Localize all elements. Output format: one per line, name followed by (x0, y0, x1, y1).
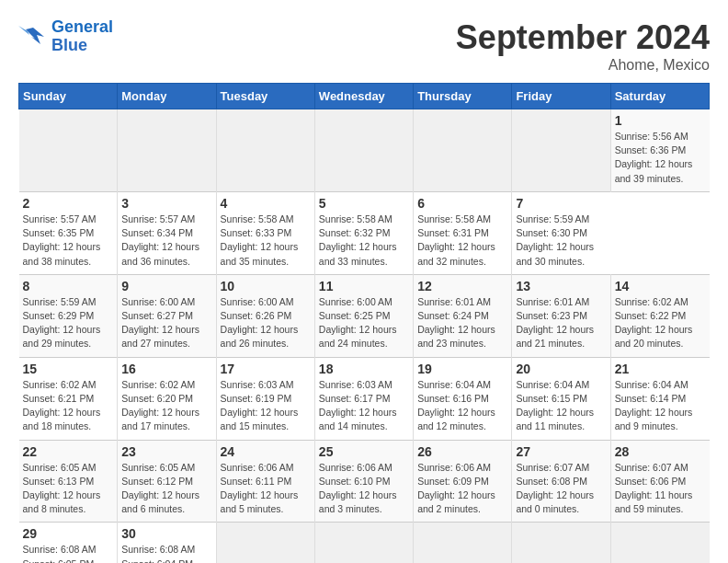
day-number: 9 (121, 279, 211, 293)
day-cell-19: 19Sunrise: 6:04 AMSunset: 6:16 PMDayligh… (414, 357, 512, 440)
day-number: 3 (121, 196, 211, 211)
week-row-6: 29Sunrise: 6:08 AMSunset: 6:05 PMDayligh… (19, 523, 710, 563)
title-block: September 2024 Ahome, Mexico (456, 18, 710, 74)
day-number: 22 (23, 444, 114, 459)
header-row: SundayMondayTuesdayWednesdayThursdayFrid… (19, 84, 710, 109)
day-info: Sunrise: 6:02 AMSunset: 6:22 PMDaylight:… (615, 295, 706, 351)
day-number: 5 (319, 196, 409, 211)
day-cell-21: 21Sunrise: 6:04 AMSunset: 6:14 PMDayligh… (610, 357, 709, 440)
calendar-header: SundayMondayTuesdayWednesdayThursdayFrid… (19, 84, 710, 109)
empty-cell (314, 109, 413, 192)
day-cell-12: 12Sunrise: 6:01 AMSunset: 6:24 PMDayligh… (414, 274, 512, 357)
header-saturday: Saturday (610, 84, 709, 109)
day-number: 14 (615, 279, 706, 293)
empty-cell (512, 523, 610, 563)
day-number: 20 (516, 362, 606, 376)
day-number: 26 (417, 444, 507, 459)
day-number: 10 (221, 279, 311, 293)
day-cell-26: 26Sunrise: 6:06 AMSunset: 6:09 PMDayligh… (414, 440, 512, 523)
day-info: Sunrise: 6:00 AMSunset: 6:25 PMDaylight:… (319, 295, 409, 351)
day-info: Sunrise: 6:00 AMSunset: 6:27 PMDaylight:… (121, 295, 211, 351)
header-tuesday: Tuesday (216, 84, 314, 109)
header-sunday: Sunday (19, 84, 118, 109)
empty-cell (216, 523, 314, 563)
day-cell-20: 20Sunrise: 6:04 AMSunset: 6:15 PMDayligh… (512, 357, 610, 440)
day-number: 21 (615, 362, 706, 376)
day-cell-4: 4Sunrise: 5:58 AMSunset: 6:33 PMDaylight… (216, 191, 314, 274)
day-cell-1: 1Sunrise: 5:56 AMSunset: 6:36 PMDaylight… (610, 109, 709, 192)
day-info: Sunrise: 5:58 AMSunset: 6:32 PMDaylight:… (319, 213, 409, 269)
day-info: Sunrise: 6:02 AMSunset: 6:20 PMDaylight:… (121, 378, 211, 434)
day-info: Sunrise: 5:57 AMSunset: 6:35 PMDaylight:… (23, 213, 114, 269)
day-cell-13: 13Sunrise: 6:01 AMSunset: 6:23 PMDayligh… (512, 274, 610, 357)
day-cell-6: 6Sunrise: 5:58 AMSunset: 6:31 PMDaylight… (414, 191, 512, 274)
day-number: 13 (516, 279, 606, 293)
header-wednesday: Wednesday (314, 84, 413, 109)
week-row-2: 2Sunrise: 5:57 AMSunset: 6:35 PMDaylight… (19, 191, 710, 274)
location: Ahome, Mexico (456, 57, 710, 74)
day-cell-17: 17Sunrise: 6:03 AMSunset: 6:19 PMDayligh… (216, 357, 314, 440)
empty-cell (512, 109, 610, 192)
logo-text: General Blue (51, 18, 113, 55)
day-number: 19 (417, 362, 507, 376)
day-cell-29: 29Sunrise: 6:08 AMSunset: 6:05 PMDayligh… (19, 523, 118, 563)
empty-cell (414, 109, 512, 192)
day-info: Sunrise: 6:03 AMSunset: 6:19 PMDaylight:… (221, 378, 311, 434)
logo: General Blue (18, 18, 113, 55)
day-number: 24 (221, 444, 311, 459)
day-info: Sunrise: 6:04 AMSunset: 6:14 PMDaylight:… (615, 378, 706, 434)
day-cell-30: 30Sunrise: 6:08 AMSunset: 6:04 PMDayligh… (118, 523, 216, 563)
day-info: Sunrise: 5:58 AMSunset: 6:31 PMDaylight:… (417, 213, 507, 269)
calendar-body: 1Sunrise: 5:56 AMSunset: 6:36 PMDaylight… (19, 109, 710, 564)
week-row-3: 8Sunrise: 5:59 AMSunset: 6:29 PMDaylight… (19, 274, 710, 357)
day-number: 1 (615, 113, 706, 128)
day-number: 11 (319, 279, 409, 293)
day-info: Sunrise: 6:08 AMSunset: 6:05 PMDaylight:… (23, 543, 114, 563)
day-info: Sunrise: 6:04 AMSunset: 6:15 PMDaylight:… (516, 378, 606, 434)
day-number: 8 (23, 279, 114, 293)
day-cell-27: 27Sunrise: 6:07 AMSunset: 6:08 PMDayligh… (512, 440, 610, 523)
day-number: 30 (121, 526, 211, 541)
day-info: Sunrise: 5:58 AMSunset: 6:33 PMDaylight:… (221, 213, 311, 269)
day-number: 6 (417, 196, 507, 211)
day-cell-11: 11Sunrise: 6:00 AMSunset: 6:25 PMDayligh… (314, 274, 413, 357)
day-number: 17 (221, 362, 311, 376)
day-cell-25: 25Sunrise: 6:06 AMSunset: 6:10 PMDayligh… (314, 440, 413, 523)
day-number: 16 (121, 362, 211, 376)
calendar-table: SundayMondayTuesdayWednesdayThursdayFrid… (18, 83, 710, 563)
day-info: Sunrise: 5:59 AMSunset: 6:30 PMDaylight:… (516, 213, 607, 269)
day-info: Sunrise: 6:03 AMSunset: 6:17 PMDaylight:… (319, 378, 409, 434)
empty-cell (216, 109, 314, 192)
header-monday: Monday (118, 84, 216, 109)
day-info: Sunrise: 6:06 AMSunset: 6:09 PMDaylight:… (417, 461, 507, 517)
day-cell-2: 2Sunrise: 5:57 AMSunset: 6:35 PMDaylight… (19, 191, 118, 274)
day-number: 4 (221, 196, 311, 211)
week-row-5: 22Sunrise: 6:05 AMSunset: 6:13 PMDayligh… (19, 440, 710, 523)
day-info: Sunrise: 6:08 AMSunset: 6:04 PMDaylight:… (121, 543, 211, 563)
day-cell-3: 3Sunrise: 5:57 AMSunset: 6:34 PMDaylight… (118, 191, 216, 274)
day-number: 18 (319, 362, 409, 376)
empty-cell (19, 109, 118, 192)
day-cell-16: 16Sunrise: 6:02 AMSunset: 6:20 PMDayligh… (118, 357, 216, 440)
day-info: Sunrise: 6:06 AMSunset: 6:11 PMDaylight:… (221, 461, 311, 517)
day-number: 29 (23, 526, 114, 541)
day-number: 25 (319, 444, 409, 459)
empty-cell (118, 109, 216, 192)
day-number: 28 (615, 444, 706, 459)
header-thursday: Thursday (414, 84, 512, 109)
day-info: Sunrise: 5:56 AMSunset: 6:36 PMDaylight:… (615, 130, 706, 186)
day-cell-28: 28Sunrise: 6:07 AMSunset: 6:06 PMDayligh… (610, 440, 709, 523)
day-number: 12 (417, 279, 507, 293)
day-info: Sunrise: 6:00 AMSunset: 6:26 PMDaylight:… (221, 295, 311, 351)
day-number: 2 (23, 196, 114, 211)
day-cell-18: 18Sunrise: 6:03 AMSunset: 6:17 PMDayligh… (314, 357, 413, 440)
page-header: General Blue September 2024 Ahome, Mexic… (18, 18, 710, 74)
day-info: Sunrise: 5:59 AMSunset: 6:29 PMDaylight:… (23, 295, 114, 351)
week-row-4: 15Sunrise: 6:02 AMSunset: 6:21 PMDayligh… (19, 357, 710, 440)
day-info: Sunrise: 6:06 AMSunset: 6:10 PMDaylight:… (319, 461, 409, 517)
day-number: 27 (516, 444, 606, 459)
day-number: 7 (516, 196, 607, 211)
day-info: Sunrise: 6:05 AMSunset: 6:13 PMDaylight:… (23, 461, 114, 517)
day-info: Sunrise: 6:01 AMSunset: 6:24 PMDaylight:… (417, 295, 507, 351)
day-cell-9: 9Sunrise: 6:00 AMSunset: 6:27 PMDaylight… (118, 274, 216, 357)
